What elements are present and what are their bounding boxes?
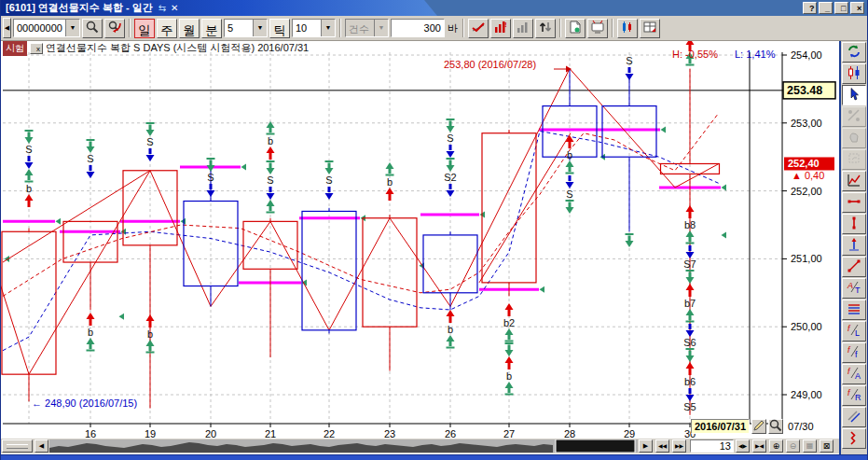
trendline-button[interactable] — [842, 257, 866, 277]
level-end-mark — [56, 218, 62, 225]
trendline-icon — [847, 258, 861, 276]
volume-chart-button[interactable] — [513, 19, 533, 38]
visible-bars-input[interactable] — [690, 439, 734, 453]
new-window-button[interactable] — [565, 19, 586, 38]
vertical-segment-button[interactable] — [842, 214, 866, 234]
signal-label: S — [325, 174, 332, 186]
signal-label: b — [268, 135, 273, 146]
signal-label: b — [26, 183, 32, 194]
chart-panel: 시험 x 연결선물지수 복합 S DAYS (시스템 시험적용) 2016/07… — [1, 41, 839, 454]
chart-minimap[interactable] — [49, 439, 638, 453]
symbol-combo[interactable]: 00000000▼ — [13, 19, 80, 37]
candle-chart-button[interactable] — [842, 63, 866, 84]
tab-close-icon[interactable]: ✕ — [171, 3, 178, 13]
svg-text:f: f — [855, 350, 858, 359]
magnifier-back-icon — [107, 20, 122, 37]
search-button[interactable] — [82, 19, 103, 38]
chevron-down-icon[interactable]: ▼ — [65, 20, 79, 36]
text-tool-button[interactable]: AT — [842, 278, 866, 299]
grid-settings-button[interactable] — [640, 19, 660, 38]
toolbar-collapse-button[interactable]: ◀ — [3, 18, 11, 38]
close-button[interactable]: × — [850, 2, 864, 14]
window-title-tab[interactable]: [6101] 연결선물지수 복합 - 일간⇆✕ — [1, 0, 439, 16]
refresh-button[interactable] — [842, 42, 866, 63]
page-left-button[interactable]: ◀◀ — [655, 439, 669, 453]
y-tick-label: 250,00 — [791, 321, 822, 332]
search-recent-button[interactable] — [104, 19, 125, 38]
indicator-line — [3, 171, 150, 262]
main-toolbar: ◀ 00000000▼ 일 주 월 분 5▼ 틱 10▼ 건수▼ 바 ! — [1, 16, 867, 41]
date-box[interactable]: 2016/07/31 — [691, 419, 750, 434]
period-month-button[interactable]: 월 — [179, 19, 200, 38]
period-week-button[interactable]: 주 — [157, 19, 177, 38]
chevron-down-icon[interactable]: ▼ — [253, 20, 267, 36]
minimize-button[interactable]: _ — [819, 2, 833, 14]
magnifier-icon — [768, 418, 783, 436]
trend-tool-button[interactable] — [468, 19, 489, 38]
count-combo-disabled: 건수▼ — [345, 19, 389, 37]
separator — [559, 19, 561, 37]
screen-view-button[interactable] — [587, 19, 608, 38]
zoom-date-button[interactable] — [768, 419, 783, 434]
cursor-icon — [847, 87, 861, 105]
level-end-mark — [540, 286, 545, 293]
candle-body — [2, 231, 56, 374]
fibo-fan-icon: ff — [847, 344, 861, 362]
fibo-levels-button[interactable]: fL — [842, 321, 866, 342]
bar-unit-label: 바 — [447, 21, 459, 35]
bar-count-input[interactable] — [391, 19, 445, 37]
close-scroll-button[interactable]: ⊠ — [820, 439, 834, 453]
cursor-button[interactable] — [842, 85, 866, 105]
signal-label: S5 — [683, 401, 696, 412]
signal-label: b — [448, 324, 453, 335]
level-end-mark — [181, 218, 186, 225]
expand-bars-button[interactable]: ◀▶ — [736, 439, 750, 453]
minute-combo[interactable]: 5▼ — [224, 19, 268, 37]
chart-title: 연결선물지수 복합 S DAYS (시스템 시험적용) 2016/07/31 — [46, 41, 309, 55]
scroll-left-button[interactable]: ◀ — [34, 439, 48, 453]
fibo-retrace-button[interactable]: fR — [842, 385, 866, 406]
period-day-button[interactable]: 일 — [134, 19, 155, 38]
signal-arrow — [447, 184, 455, 197]
maximize-button[interactable]: □ — [834, 2, 848, 14]
minimap-visible-range[interactable] — [556, 439, 635, 453]
indicator-line — [3, 113, 719, 297]
compare-chart-button[interactable] — [617, 19, 638, 38]
edit-date-button[interactable] — [751, 419, 766, 434]
line-chart-button[interactable] — [842, 171, 866, 191]
period-minute-button[interactable]: 분 — [201, 19, 222, 38]
signal-arrow — [626, 233, 634, 247]
scroll-right-button[interactable]: ▶ — [639, 439, 653, 453]
more-tools-button[interactable] — [842, 428, 866, 449]
multi-lines-button[interactable] — [842, 300, 866, 320]
signal-arrow — [87, 165, 95, 178]
vertical-arrow-button[interactable] — [842, 235, 866, 256]
horizontal-segment-button[interactable] — [842, 192, 866, 213]
grid-view-button: ▦ — [803, 439, 817, 453]
fibo-arc-icon: fA — [847, 366, 861, 383]
fibo-fan-button[interactable]: ff — [842, 342, 866, 363]
chevron-down-icon[interactable]: ▼ — [321, 20, 335, 36]
parallel-lines-button[interactable] — [842, 407, 866, 427]
signal-arrow — [25, 169, 34, 183]
shrink-bars-button[interactable]: ▶◀ — [752, 439, 766, 453]
hand-tool-button — [842, 128, 866, 148]
tab-link-icon[interactable]: ⇆ — [158, 0, 166, 16]
signal-arrow — [146, 122, 155, 136]
svg-text:f: f — [847, 388, 851, 397]
page-right-button[interactable]: ▶▶ — [672, 439, 686, 453]
price-chart-canvas[interactable]: SbSbSbSbSSbSS2bb2bbSSb8S7b7S6b6S5253,80 … — [1, 41, 839, 454]
signal-arrow — [146, 148, 155, 161]
period-tick-button[interactable]: 틱 — [269, 19, 290, 38]
sort-arrows-button[interactable] — [535, 19, 556, 38]
signal-label: b8 — [684, 219, 696, 230]
level-end-mark — [661, 127, 667, 133]
help-button[interactable]: ? — [803, 2, 817, 14]
zoom-in-button[interactable]: ⊕ — [769, 439, 783, 453]
signal-chart-button[interactable]: ! — [490, 19, 511, 38]
fibo-arc-button[interactable]: fA — [842, 364, 866, 384]
tick-combo[interactable]: 10▼ — [292, 19, 336, 37]
window-title: [6101] 연결선물지수 복합 - 일간 — [6, 2, 153, 13]
badge-close-button[interactable]: x — [30, 43, 43, 54]
scrollbar-grip[interactable] — [2, 439, 33, 453]
